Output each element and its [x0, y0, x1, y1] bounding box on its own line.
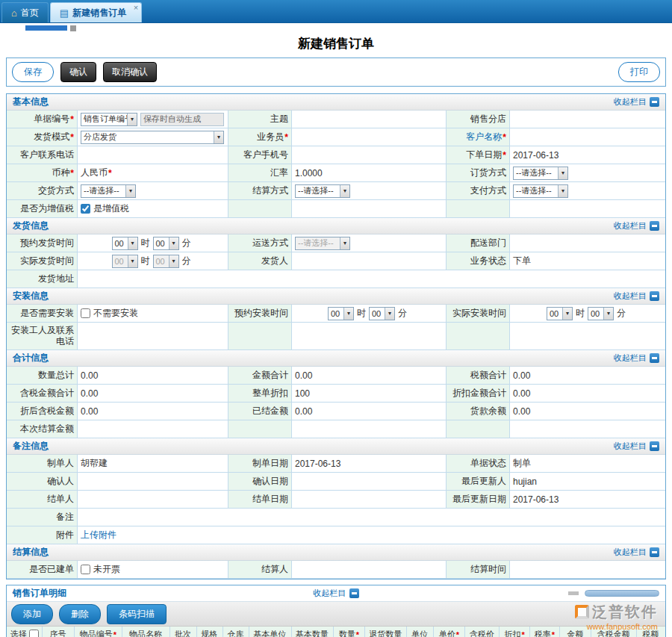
- label-close-date: 结单日期: [228, 491, 292, 509]
- collapse-remarks[interactable]: 收起栏目: [614, 441, 659, 452]
- col-amount-with-tax: 含税金额: [591, 627, 636, 637]
- close-tab-icon[interactable]: ×: [134, 3, 138, 12]
- col-item-no: 物品编号*: [75, 627, 122, 637]
- label-doc-no-text: 单据编号: [34, 113, 69, 125]
- label-ship-mode-text: 发货模式: [34, 131, 69, 143]
- tab-new-sales-order[interactable]: ▤ 新建销售订单 ×: [50, 2, 142, 22]
- label-subject: 主题: [228, 111, 292, 128]
- save-button[interactable]: 保存: [12, 62, 54, 82]
- reserve-install-hour-select[interactable]: 00 ▾: [328, 307, 354, 320]
- field-qty-total: 0.00: [78, 367, 228, 385]
- not-invoiced-checkbox[interactable]: [81, 565, 90, 574]
- actual-ship-minute-value: 00: [154, 257, 169, 266]
- reserve-ship-minute-value: 00: [154, 239, 169, 248]
- hour-unit: 时: [141, 255, 150, 267]
- field-shipper[interactable]: [292, 252, 447, 270]
- field-order-discount[interactable]: 100: [292, 385, 447, 403]
- field-settled: 0.00: [292, 403, 447, 420]
- delivery-way-value: --请选择--: [81, 185, 125, 196]
- field-reserve-ship-time: 00 ▾ 时 00 ▾ 分: [78, 234, 228, 252]
- field-install-worker[interactable]: [78, 323, 228, 350]
- settle-way-select[interactable]: --请选择-- ▾: [295, 184, 350, 198]
- add-row-button[interactable]: 添加: [11, 604, 53, 624]
- collapse-detail[interactable]: 收起栏目: [314, 588, 359, 599]
- label-delivery-way: 交货方式: [7, 182, 78, 200]
- settle-way-value: --请选择--: [296, 185, 340, 196]
- reserve-ship-hour-select[interactable]: 00 ▾: [112, 237, 138, 250]
- minute-unit: 分: [182, 237, 191, 249]
- tab-home[interactable]: ⌂ 首页: [1, 2, 49, 22]
- reserve-ship-hour-value: 00: [113, 239, 128, 248]
- actual-install-minute-select[interactable]: 00 ▾: [588, 307, 614, 320]
- print-button[interactable]: 打印: [618, 62, 660, 82]
- label-empty: [228, 420, 292, 438]
- confirm-button[interactable]: 确认: [60, 62, 96, 82]
- col-item-no-label: 物品编号: [80, 629, 113, 637]
- pay-way-value: --请选择--: [514, 185, 558, 196]
- field-cust-mobile[interactable]: [292, 146, 447, 164]
- label-discount-total: 折扣金额合计: [447, 385, 510, 403]
- ship-mode-select[interactable]: 分店发货 ▾: [81, 131, 224, 144]
- currency-value: 人民币: [81, 167, 108, 179]
- dropdown-arrow-icon: ▾: [343, 308, 353, 320]
- collapse-shipping[interactable]: 收起栏目: [614, 220, 659, 232]
- label-empty: [447, 323, 510, 350]
- collapse-basic[interactable]: 收起栏目: [614, 96, 659, 108]
- select-all-checkbox[interactable]: [29, 630, 39, 637]
- collapse-install[interactable]: 收起栏目: [614, 290, 659, 302]
- customer-name-link[interactable]: 客户名称: [466, 131, 502, 143]
- dropdown-arrow-icon: ▾: [558, 167, 567, 179]
- no-install-checkbox[interactable]: [81, 308, 90, 318]
- collapse-icon: [650, 441, 659, 451]
- field-ship-address[interactable]: [78, 270, 665, 288]
- actual-install-hour-value: 00: [547, 309, 562, 318]
- reserve-install-minute-select[interactable]: 00 ▾: [369, 307, 395, 320]
- field-subject[interactable]: [292, 111, 447, 128]
- field-dept[interactable]: [510, 234, 665, 252]
- field-note[interactable]: [78, 509, 665, 526]
- label-order-discount: 整单折扣: [228, 385, 292, 403]
- barcode-scan-button[interactable]: 条码扫描: [107, 604, 167, 624]
- cancel-confirm-button[interactable]: 取消确认: [103, 62, 157, 82]
- collapse-settlement[interactable]: 收起栏目: [614, 547, 659, 558]
- col-seq: 序号: [43, 627, 74, 637]
- watermark-row: 泛普软件: [575, 602, 658, 622]
- transport-select[interactable]: --请选择-- ▾: [295, 237, 350, 250]
- field-currency[interactable]: 人民币*: [78, 164, 228, 182]
- field-empty: [292, 200, 447, 218]
- label-cust-tel: 客户联系电话: [7, 146, 78, 164]
- delivery-way-select[interactable]: --请选择-- ▾: [81, 184, 136, 198]
- label-dept: 配送部门: [447, 234, 510, 252]
- detail-panel: 销售订单明细 收起栏目 添加 删除 条码扫描 泛普软件 www.fanpusof…: [6, 585, 666, 637]
- col-amount: 金额: [560, 627, 591, 637]
- col-price-with-tax: 含税价: [465, 627, 500, 637]
- label-salesman: 业务员*: [228, 128, 292, 146]
- col-spec: 规格: [197, 627, 223, 637]
- field-cust-tel[interactable]: [78, 146, 228, 164]
- label-salesman-text: 业务员: [257, 131, 284, 143]
- field-salesman[interactable]: [292, 128, 447, 146]
- horizontal-scrollbar-thumb[interactable]: [585, 590, 659, 597]
- reserve-ship-minute-select[interactable]: 00 ▾: [153, 237, 179, 250]
- dropdown-arrow-icon: ▾: [558, 185, 567, 197]
- col-seq-label: 序号: [49, 629, 66, 637]
- doc-no-rule-select[interactable]: 销售订单编号 ▾: [81, 113, 137, 126]
- col-amount-with-tax-label: 含税金额: [597, 629, 629, 637]
- order-way-select[interactable]: --请选择-- ▾: [513, 167, 568, 180]
- required-mark: *: [284, 132, 288, 143]
- field-rate[interactable]: 1.0000: [292, 164, 447, 182]
- field-customer[interactable]: [510, 128, 665, 146]
- delete-row-button[interactable]: 删除: [59, 604, 101, 624]
- pay-way-select[interactable]: --请选择-- ▾: [513, 184, 568, 198]
- field-this-settle[interactable]: [78, 420, 228, 438]
- required-mark: *: [108, 168, 112, 178]
- actual-install-hour-select[interactable]: 00 ▾: [547, 307, 573, 320]
- vat-checkbox[interactable]: [81, 204, 90, 214]
- collapse-totals[interactable]: 收起栏目: [614, 352, 659, 364]
- field-order-date[interactable]: 2017-06-13: [510, 146, 665, 164]
- label-rate: 汇率: [228, 164, 292, 182]
- upload-attachment-link[interactable]: 上传附件: [81, 529, 116, 541]
- dropdown-arrow-icon: ▾: [340, 237, 349, 249]
- field-branch[interactable]: [510, 111, 665, 128]
- field-vat: 是增值税: [78, 200, 228, 218]
